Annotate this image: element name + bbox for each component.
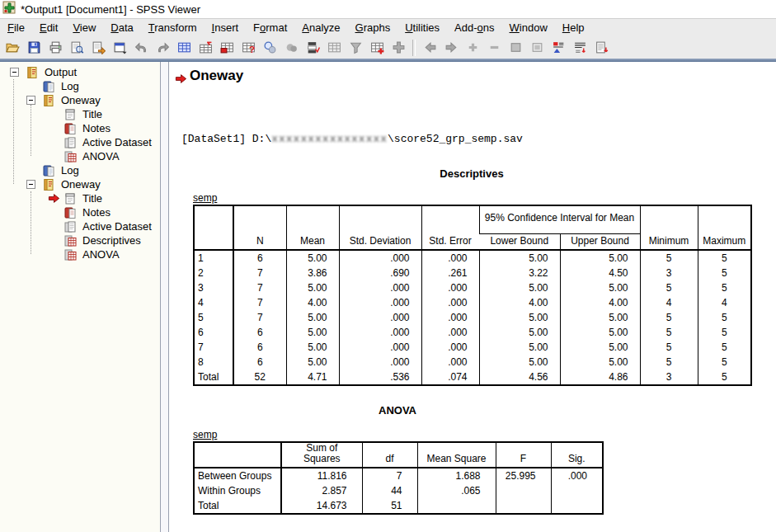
table-row: 165.00.000.0005.005.0055	[194, 250, 751, 266]
menu-analyze[interactable]: Analyze	[294, 19, 347, 36]
cell: .000	[421, 340, 479, 355]
row-label: Total	[194, 498, 281, 514]
insert-title-button[interactable]	[570, 38, 590, 58]
cell: 5	[640, 340, 698, 355]
menu-format[interactable]: Format	[246, 19, 294, 36]
cell: 5	[640, 355, 698, 370]
cell: 5	[698, 266, 751, 280]
goto-case-button[interactable]	[195, 38, 215, 58]
cell: 5	[698, 250, 751, 266]
cell: 51	[362, 498, 417, 514]
cell: 5	[698, 280, 751, 295]
value-labels-button[interactable]	[303, 38, 322, 58]
insert-text-button[interactable]	[591, 38, 611, 58]
menu-data[interactable]: Data	[103, 19, 140, 36]
cell: .074	[421, 370, 479, 385]
tree-item-oneway[interactable]: Oneway	[0, 93, 160, 107]
tree-item-active-dataset[interactable]: Active Dataset	[0, 219, 160, 233]
cell: 3	[640, 266, 698, 280]
cell: 5.00	[286, 355, 339, 370]
menu-utilities[interactable]: Utilities	[397, 19, 447, 36]
menu-help[interactable]: Help	[555, 19, 592, 36]
tree-item-active-dataset[interactable]: Active Dataset	[0, 135, 160, 149]
tree-item-label: Active Dataset	[81, 136, 153, 148]
tree-item-oneway[interactable]: Oneway	[0, 177, 160, 191]
output-book-icon	[26, 66, 39, 79]
ci-group-header: 95% Confidence Interval for Mean	[479, 205, 640, 233]
current-item-arrow-icon	[48, 192, 63, 205]
tree-item-anova[interactable]: ANOVA	[0, 247, 160, 261]
insert-cases-button[interactable]	[367, 38, 387, 58]
table-clip-icon	[63, 248, 77, 261]
column-header: Mean	[286, 205, 339, 250]
output-book-icon	[42, 178, 55, 191]
cell: 5	[640, 325, 698, 340]
tree-item-log[interactable]: Log	[0, 79, 160, 93]
tree-item-label: Notes	[81, 122, 112, 134]
tree-expander-minus[interactable]	[26, 180, 35, 189]
tree-item-output[interactable]: Output	[0, 65, 160, 79]
menu-bar: FileEditViewDataTransformInsertFormatAna…	[0, 18, 776, 36]
output-content: Oneway [DataSet1] D:\xxxxxxxxxxxxxxxx\sc…	[169, 62, 776, 532]
nav-back-button	[420, 38, 440, 58]
tree-item-title[interactable]: Title	[0, 107, 160, 121]
dialog-recall-button[interactable]	[110, 38, 129, 58]
export-button[interactable]	[88, 38, 108, 58]
notes-book-icon	[63, 206, 77, 219]
open-button[interactable]	[2, 38, 22, 58]
hide-button	[527, 38, 547, 58]
tree-item-notes[interactable]: Notes	[0, 121, 160, 135]
cell: .000	[421, 295, 479, 310]
tree-item-notes[interactable]: Notes	[0, 205, 160, 219]
menu-edit[interactable]: Edit	[32, 19, 65, 36]
cell: 7	[233, 266, 286, 280]
menu-transform[interactable]: Transform	[141, 19, 205, 36]
app-icon[interactable]	[2, 1, 16, 17]
replace-button	[281, 38, 301, 58]
save-button[interactable]	[24, 38, 44, 58]
tree-item-title[interactable]: Title	[0, 191, 160, 205]
descriptives-title: Descriptives	[193, 167, 750, 180]
cell: 5.00	[560, 310, 640, 325]
cell: .690	[339, 266, 421, 280]
row-label: 7	[194, 340, 233, 355]
menu-file[interactable]: File	[0, 19, 32, 36]
descriptives-table[interactable]: NMeanStd. DeviationStd. Error95% Confide…	[193, 205, 752, 386]
cell: 6	[233, 250, 286, 266]
goto-data-button[interactable]	[174, 38, 194, 58]
log-text: [DataSet1] D:\xxxxxxxxxxxxxxxx\score52_g…	[181, 133, 523, 145]
tree-expander-minus[interactable]	[10, 68, 19, 77]
cell: 5.00	[479, 310, 560, 325]
tree-item-log[interactable]: Log	[0, 163, 160, 177]
title-page-icon	[63, 192, 77, 205]
variables-button[interactable]	[217, 38, 237, 58]
cell: .000	[339, 295, 421, 310]
print-button[interactable]	[45, 38, 65, 58]
tree-expander-minus[interactable]	[26, 96, 35, 105]
cell: 4.50	[560, 266, 640, 280]
cell: 5	[698, 310, 751, 325]
cell: 6	[233, 355, 286, 370]
find-button[interactable]	[260, 38, 280, 58]
anova-table[interactable]: Sum of SquaresdfMean SquareFSig.Between …	[193, 441, 604, 515]
cell: 5.00	[479, 355, 560, 370]
tree-item-anova[interactable]: ANOVA	[0, 149, 160, 163]
cell: 5.00	[479, 325, 560, 340]
menu-graphs[interactable]: Graphs	[348, 19, 398, 36]
menu-window[interactable]: Window	[502, 19, 555, 36]
insert-heading-button[interactable]	[548, 38, 568, 58]
variable-info-button[interactable]: ?	[238, 38, 258, 58]
cell: 5.00	[286, 280, 339, 295]
menu-add-ons[interactable]: Add-ons	[447, 19, 501, 36]
print-preview-button[interactable]	[67, 38, 87, 58]
cell: 4.00	[479, 295, 560, 310]
cell: 5.00	[560, 280, 640, 295]
tree-item-descriptives[interactable]: Descriptives	[0, 233, 160, 247]
column-header: Upper Bound	[560, 233, 640, 250]
menu-view[interactable]: View	[65, 19, 103, 36]
pane-splitter[interactable]	[161, 62, 169, 532]
menu-insert[interactable]: Insert	[205, 19, 247, 36]
cell: .000	[421, 325, 479, 340]
table-row: 375.00.000.0005.005.0055	[194, 280, 751, 295]
cell: 5.00	[286, 250, 339, 266]
